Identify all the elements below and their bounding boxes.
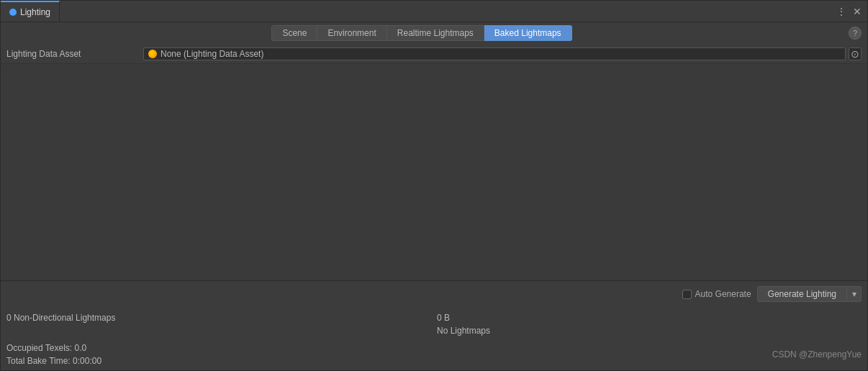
window-title: Lighting — [20, 7, 50, 17]
more-options-button[interactable]: ⋮ — [834, 4, 849, 19]
close-button[interactable]: ✕ — [850, 4, 864, 19]
generate-dropdown-button[interactable]: ▾ — [847, 286, 862, 302]
stats-right: 0 B No Lightmaps — [431, 311, 862, 337]
top-section: Scene Environment Realtime Lightmaps Bak… — [1, 22, 867, 44]
asset-row: Lighting Data Asset None (Lighting Data … — [1, 44, 867, 64]
generate-lighting-button[interactable]: Generate Lighting — [757, 286, 847, 302]
auto-generate-text: Auto Generate — [695, 289, 751, 299]
title-bar-actions: ⋮ ✕ — [834, 1, 864, 22]
stats-left: 0 Non-Directional Lightmaps — [6, 311, 431, 324]
footer-credit: CSDN @ZhenpengYue — [772, 349, 862, 359]
help-area: ? — [843, 22, 867, 44]
lightmaps-count: 0 Non-Directional Lightmaps — [6, 311, 431, 324]
footer-stats: Occupied Texels: 0.0 Total Bake Time: 0:… — [6, 342, 101, 367]
asset-icon — [148, 50, 157, 58]
generate-button-group: Generate Lighting ▾ — [757, 286, 862, 302]
tab-baked-lightmaps[interactable]: Baked Lightmaps — [484, 25, 572, 41]
tabs-container: Scene Environment Realtime Lightmaps Bak… — [1, 22, 843, 44]
lighting-window: Lighting ⋮ ✕ Scene Environment Realtime … — [0, 0, 868, 371]
occupied-texels: Occupied Texels: 0.0 — [6, 342, 101, 354]
tab-realtime-lightmaps[interactable]: Realtime Lightmaps — [387, 25, 484, 41]
auto-generate-checkbox[interactable] — [682, 290, 692, 299]
title-bar: Lighting ⋮ ✕ — [1, 1, 867, 22]
footer-row: Occupied Texels: 0.0 Total Bake Time: 0:… — [1, 340, 867, 370]
tab-environment[interactable]: Environment — [317, 25, 386, 41]
asset-picker-button[interactable]: ⊙ — [849, 47, 862, 60]
no-lightmaps-stat: No Lightmaps — [437, 324, 862, 337]
tab-scene[interactable]: Scene — [271, 25, 317, 41]
auto-generate-label: Auto Generate — [682, 289, 751, 299]
main-content-area — [1, 64, 867, 280]
size-stat: 0 B — [437, 311, 862, 324]
help-button[interactable]: ? — [849, 27, 862, 40]
window-title-tab[interactable]: Lighting — [1, 1, 60, 22]
asset-field[interactable]: None (Lighting Data Asset) — [143, 47, 846, 60]
asset-label: Lighting Data Asset — [6, 49, 143, 59]
stats-row: 0 Non-Directional Lightmaps 0 B No Light… — [1, 307, 867, 340]
asset-value: None (Lighting Data Asset) — [161, 49, 263, 59]
total-bake-time: Total Bake Time: 0:00:00 — [6, 354, 101, 367]
tab-row: Scene Environment Realtime Lightmaps Bak… — [271, 22, 571, 44]
bottom-area: Auto Generate Generate Lighting ▾ 0 Non-… — [1, 280, 867, 370]
title-dot — [9, 9, 17, 16]
generate-row: Auto Generate Generate Lighting ▾ — [1, 281, 867, 307]
